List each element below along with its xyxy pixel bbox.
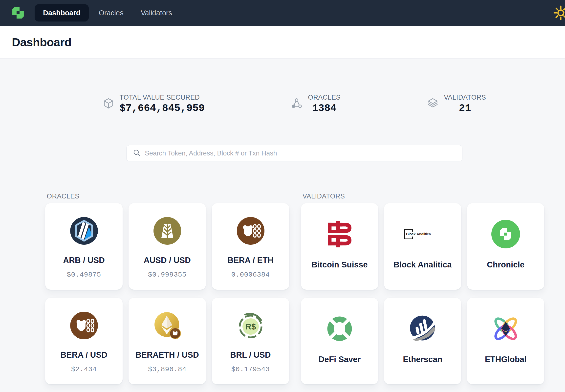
oracle-card-bera-eth[interactable]: BERA / ETH 0.0006384 xyxy=(212,203,289,290)
stat-value: $7,664,845,959 xyxy=(120,103,205,114)
chronicle-logo[interactable] xyxy=(11,6,25,20)
oracle-price: $3,890.84 xyxy=(148,366,187,373)
chronicle-circle-logo xyxy=(467,216,544,253)
validators-section-heading: VALIDATORS xyxy=(303,193,544,200)
validator-card-bitcoin-suisse[interactable]: Bitcoin Suisse xyxy=(301,203,378,290)
validator-name: ETHGlobal xyxy=(485,355,527,364)
oracle-pair-label: BERA / ETH xyxy=(228,256,274,265)
page-header: Dashboard xyxy=(0,26,565,59)
beraeth-gold-eth-icon xyxy=(153,312,181,339)
stat-validators: VALIDATORS 21 xyxy=(427,94,486,114)
oracle-price: $0.999355 xyxy=(148,271,187,279)
bera-bear-chain-icon xyxy=(237,217,264,245)
defi-saver-logo xyxy=(301,310,378,347)
ethglobal-logo xyxy=(467,310,544,347)
stat-label: ORACLES xyxy=(308,94,341,101)
brl-symbol: R$ xyxy=(245,322,256,331)
oracle-card-brl-usd[interactable]: R$ BRL / USD $0.179543 xyxy=(212,298,289,384)
oracle-pair-label: BERA / USD xyxy=(61,350,107,360)
bitcoin-suisse-logo xyxy=(301,216,378,253)
oracle-price: $2.434 xyxy=(71,366,97,373)
page-title: Dashboard xyxy=(12,35,71,49)
stat-label: VALIDATORS xyxy=(444,94,486,101)
nav-tabs: Dashboard Oracles Validators xyxy=(35,4,179,22)
etherscan-logo xyxy=(384,310,461,347)
oracles-section-heading: ORACLES xyxy=(47,193,289,200)
stats-row: TOTAL VALUE SECURED $7,664,845,959 ORACL… xyxy=(45,94,543,114)
search-input[interactable] xyxy=(144,149,456,157)
oracle-pair-label: ARB / USD xyxy=(63,256,105,265)
stat-label: TOTAL VALUE SECURED xyxy=(120,94,200,101)
tab-oracles[interactable]: Oracles xyxy=(91,4,131,22)
search-icon xyxy=(133,149,140,157)
stat-total-value-secured: TOTAL VALUE SECURED $7,664,845,959 xyxy=(103,94,205,114)
stat-value: 1384 xyxy=(312,103,336,114)
validator-name: Chronicle xyxy=(487,260,524,269)
oracle-pair-label: BERAETH / USD xyxy=(135,350,199,360)
validator-card-defi-saver[interactable]: DeFi Saver xyxy=(301,298,378,384)
validator-name: Etherscan xyxy=(403,355,442,364)
oracle-price: $0.49875 xyxy=(67,271,101,279)
stat-value: 21 xyxy=(459,103,471,114)
ausd-tree-icon xyxy=(153,217,181,245)
brl-coin-icon: R$ xyxy=(237,312,264,339)
block-analitica-light-word: Analitica xyxy=(417,232,431,236)
oracles-grid: ARB / USD $0.49875 xyxy=(45,203,289,384)
cube-icon xyxy=(103,98,114,110)
validator-name: DeFi Saver xyxy=(319,355,361,364)
oracle-card-bera-usd[interactable]: BERA / USD $2.434 xyxy=(45,298,123,384)
layers-icon xyxy=(427,98,438,110)
tab-validators[interactable]: Validators xyxy=(133,4,179,22)
oracle-pair-label: AUSD / USD xyxy=(144,256,191,265)
oracles-section: ORACLES xyxy=(45,193,289,384)
validator-name: Block Analitica xyxy=(393,260,452,269)
validator-name: Bitcoin Suisse xyxy=(311,260,368,269)
validator-card-etherscan[interactable]: Etherscan xyxy=(384,298,461,384)
block-analitica-bold-word: Block xyxy=(406,232,415,236)
oracle-card-ausd-usd[interactable]: AUSD / USD $0.999355 xyxy=(129,203,206,290)
bera-bear-chain-icon xyxy=(70,312,98,339)
tab-dashboard[interactable]: Dashboard xyxy=(35,4,89,22)
validators-grid: Bitcoin Suisse BlockAnalitica Block Anal… xyxy=(301,203,544,384)
oracle-pair-label: BRL / USD xyxy=(230,350,271,360)
sun-icon[interactable] xyxy=(553,5,565,21)
network-nodes-icon xyxy=(291,98,303,110)
main-content: TOTAL VALUE SECURED $7,664,845,959 ORACL… xyxy=(45,94,543,384)
validator-card-chronicle[interactable]: Chronicle xyxy=(467,203,544,290)
sections-row: ORACLES xyxy=(45,193,543,384)
top-navbar: Dashboard Oracles Validators xyxy=(0,0,565,26)
search-bar xyxy=(126,145,462,161)
stat-oracles: ORACLES 1384 xyxy=(291,94,341,114)
validators-section: VALIDATORS xyxy=(301,193,544,384)
oracle-price: $0.179543 xyxy=(231,366,270,373)
block-analitica-logo: BlockAnalitica xyxy=(384,216,461,253)
arbitrum-icon xyxy=(70,217,98,245)
oracle-card-arb-usd[interactable]: ARB / USD $0.49875 xyxy=(45,203,123,290)
oracle-card-beraeth-usd[interactable]: BERAETH / USD $3,890.84 xyxy=(129,298,206,384)
validator-card-ethglobal[interactable]: ETHGlobal xyxy=(467,298,544,384)
oracle-price: 0.0006384 xyxy=(231,271,270,279)
validator-card-block-analitica[interactable]: BlockAnalitica Block Analitica xyxy=(384,203,461,290)
